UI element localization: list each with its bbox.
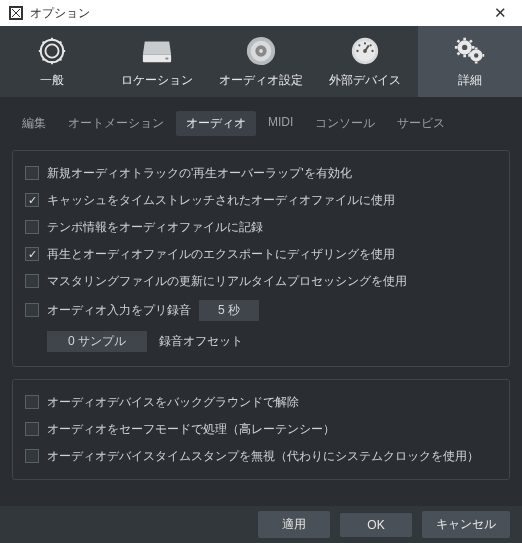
svg-point-14 [370, 44, 372, 46]
gears-icon [454, 35, 486, 67]
speaker-icon [245, 35, 277, 67]
svg-point-12 [364, 42, 366, 44]
option-row: オーディオデバイスをバックグラウンドで解除 [25, 394, 497, 411]
svg-point-15 [357, 50, 359, 52]
svg-point-13 [359, 44, 361, 46]
tab-bar: 編集 オートメーション オーディオ MIDI コンソール サービス [12, 111, 510, 136]
app-icon [8, 5, 24, 21]
tab-service[interactable]: サービス [387, 111, 455, 136]
offset-value[interactable]: 0 サンプル [47, 331, 147, 352]
option-row: 新規オーディオトラックの'再生オーバーラップ'を有効化 [25, 165, 497, 182]
option-row: オーディオデバイスタイムスタンプを無視（代わりにシステムクロックを使用） [25, 448, 497, 465]
svg-point-21 [474, 53, 478, 57]
gauge-icon [349, 35, 381, 67]
checkbox-label: テンポ情報をオーディオファイルに記録 [47, 219, 263, 236]
option-row: テンポ情報をオーディオファイルに記録 [25, 219, 497, 236]
category-location[interactable]: ロケーション [104, 26, 208, 97]
gear-icon [36, 35, 68, 67]
apply-button[interactable]: 適用 [258, 511, 330, 538]
checkbox-release-background[interactable] [25, 395, 39, 409]
ok-button[interactable]: OK [340, 513, 412, 537]
button-bar: 適用 OK キャンセル [0, 506, 522, 543]
checkbox-label: オーディオをセーフモードで処理（高レーテンシー） [47, 421, 335, 438]
svg-point-2 [46, 44, 59, 57]
cancel-button[interactable]: キャンセル [422, 511, 510, 538]
checkbox-label: オーディオデバイスタイムスタンプを無視（代わりにシステムクロックを使用） [47, 448, 479, 465]
tab-edit[interactable]: 編集 [12, 111, 56, 136]
drive-icon [141, 35, 173, 67]
category-toolbar: 一般 ロケーション オーディオ設定 外部デバイス 詳細 [0, 26, 522, 97]
svg-point-16 [372, 50, 374, 52]
offset-label: 録音オフセット [159, 333, 243, 350]
option-row: キャッシュをタイムストレッチされたオーディオファイルに使用 [25, 192, 497, 209]
prerecord-label: オーディオ入力をプリ録音 [47, 302, 191, 319]
category-label: オーディオ設定 [219, 72, 303, 89]
tab-audio[interactable]: オーディオ [176, 111, 256, 136]
category-label: 一般 [40, 72, 64, 89]
svg-point-9 [259, 49, 263, 53]
offset-row: 0 サンプル 録音オフセット [25, 331, 497, 352]
window-title: オプション [30, 5, 486, 22]
close-icon[interactable]: ✕ [486, 4, 514, 22]
option-row: 再生とオーディオファイルのエクスポートにディザリングを使用 [25, 246, 497, 263]
content-area: 編集 オートメーション オーディオ MIDI コンソール サービス 新規オーディ… [0, 97, 522, 506]
option-row: マスタリングファイルの更新にリアルタイムプロセッシングを使用 [25, 273, 497, 290]
prerecord-row: オーディオ入力をプリ録音 5 秒 [25, 300, 497, 321]
tab-automation[interactable]: オートメーション [58, 111, 174, 136]
svg-point-17 [364, 49, 368, 53]
checkbox-label: オーディオデバイスをバックグラウンドで解除 [47, 394, 299, 411]
option-row: オーディオをセーフモードで処理（高レーテンシー） [25, 421, 497, 438]
titlebar: オプション ✕ [0, 0, 522, 26]
svg-point-20 [462, 44, 467, 49]
checkbox-ignore-timestamp[interactable] [25, 449, 39, 463]
checkbox-label: キャッシュをタイムストレッチされたオーディオファイルに使用 [47, 192, 395, 209]
checkbox-prerecord[interactable] [25, 303, 39, 317]
device-options-group: オーディオデバイスをバックグラウンドで解除 オーディオをセーフモードで処理（高レ… [12, 379, 510, 480]
checkbox-label: 再生とオーディオファイルのエクスポートにディザリングを使用 [47, 246, 395, 263]
checkbox-cache-stretch[interactable] [25, 193, 39, 207]
category-label: 詳細 [458, 72, 482, 89]
checkbox-dithering[interactable] [25, 247, 39, 261]
category-general[interactable]: 一般 [0, 26, 104, 97]
svg-rect-5 [165, 57, 168, 59]
category-audio[interactable]: オーディオ設定 [209, 26, 313, 97]
checkbox-tempo-info[interactable] [25, 220, 39, 234]
checkbox-label: 新規オーディオトラックの'再生オーバーラップ'を有効化 [47, 165, 352, 182]
tab-console[interactable]: コンソール [305, 111, 385, 136]
category-advanced[interactable]: 詳細 [418, 26, 522, 97]
audio-options-group: 新規オーディオトラックの'再生オーバーラップ'を有効化 キャッシュをタイムストレ… [12, 150, 510, 367]
options-window: オプション ✕ 一般 ロケーション オーディオ設定 外部デバイス [0, 0, 522, 543]
category-external[interactable]: 外部デバイス [313, 26, 417, 97]
tab-midi[interactable]: MIDI [258, 111, 303, 136]
prerecord-value[interactable]: 5 秒 [199, 300, 259, 321]
checkbox-realtime-mastering[interactable] [25, 274, 39, 288]
category-label: 外部デバイス [329, 72, 401, 89]
checkbox-label: マスタリングファイルの更新にリアルタイムプロセッシングを使用 [47, 273, 407, 290]
checkbox-safemode[interactable] [25, 422, 39, 436]
checkbox-overlap[interactable] [25, 166, 39, 180]
category-label: ロケーション [121, 72, 193, 89]
